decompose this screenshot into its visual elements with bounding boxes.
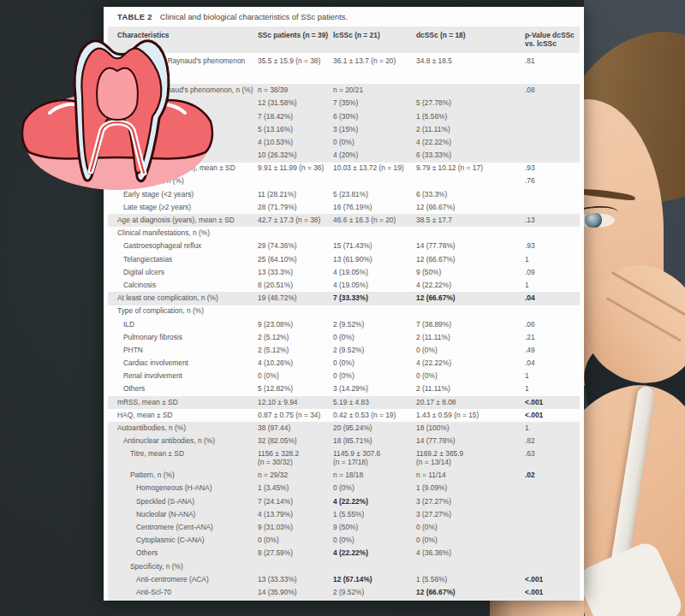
cell-value: 0 (0%) <box>333 136 416 149</box>
column-header: dcSSc (n = 18) <box>416 27 525 53</box>
table-row: Anti-Scl-7014 (35.90%)2 (9.52%)12 (66.67… <box>108 586 580 599</box>
cell-value <box>525 508 580 521</box>
cell-value: 6 (33.3%) <box>416 188 525 201</box>
cell-value: 0 (0%) <box>416 521 525 534</box>
cell-value: 1156 ± 328.2 (n = 30/32) <box>258 448 333 470</box>
row-label: Others <box>108 548 258 560</box>
table-row: Calcinosis8 (20.51%)4 (19.05%)4 (22.22%)… <box>108 279 580 292</box>
row-label: PHTN <box>108 344 258 357</box>
table-row: Specificity, n (%) <box>108 560 580 573</box>
cell-value: 7 (35%) <box>333 98 416 110</box>
cell-value: <.001 <box>525 586 580 599</box>
cell-value: 4 (19.05%) <box>333 266 416 279</box>
cell-value: 1 (5.56%) <box>416 110 525 123</box>
cell-value: .49 <box>525 344 580 357</box>
row-label: Titre, mean ± SD <box>108 448 258 470</box>
row-label: At least one complication, n (%) <box>108 292 258 305</box>
cell-value: 14 (77.78%) <box>416 240 525 253</box>
cell-value: 4 (19.05%) <box>333 279 416 292</box>
cell-value: 13 (33.33%) <box>258 573 333 586</box>
cell-value: 34.8 ± 18.5 <box>416 53 525 84</box>
table-row: Anti-RNA polymerase III4 (10.26%)1 (4.76… <box>108 599 580 601</box>
table-row: HAQ, mean ± SD0.87 ± 0.75 (n = 34)0.42 ±… <box>108 409 580 422</box>
cell-value <box>416 560 525 573</box>
cell-value: n = 38/39 <box>258 84 333 97</box>
cell-value: 4 (20%) <box>333 149 416 162</box>
cell-value: 2 (9.52%) <box>333 318 416 331</box>
cell-value: 3 (27.27%) <box>416 495 525 508</box>
cell-value: 12 (31.58%) <box>258 98 333 110</box>
cell-value <box>525 534 580 547</box>
cell-value: 3 (27.27%) <box>416 508 525 521</box>
table-row: Autoantibodies, n (%)38 (97.44)20 (95.24… <box>108 422 580 435</box>
cell-value: 36.1 ± 13.7 (n = 20) <box>333 53 416 84</box>
cell-value: 38.5 ± 17.7 <box>416 214 525 227</box>
cell-value <box>525 110 580 123</box>
cell-value <box>258 560 333 573</box>
cell-value: .06 <box>525 318 580 331</box>
cell-value: 29 (74.36%) <box>258 240 333 253</box>
column-header: lcSSc (n = 21) <box>333 27 416 53</box>
tooth-illustration <box>19 29 216 192</box>
table-row: Cytoplasmic (C-ANA)0 (0%)0 (0%)0 (0%) <box>108 534 580 547</box>
table-row: Renal involvement0 (0%)0 (0%)0 (0%)1 <box>108 370 580 383</box>
cell-value: 1 <box>525 370 580 383</box>
cell-value: 0 (0%) <box>333 483 416 495</box>
table-row: Homogeneous (H-ANA)1 (3.45%)0 (0%)1 (9.0… <box>108 483 580 495</box>
cell-value: 0 (0%) <box>416 534 525 547</box>
cell-value: 4 (36.36%) <box>416 548 525 560</box>
cell-value: 1169.2 ± 365.9 (n = 13/14) <box>416 448 525 470</box>
cell-value: 0.32 <box>525 599 580 601</box>
cell-value <box>525 188 580 201</box>
cell-value: 9.91 ± 11.99 (n = 36) <box>258 163 333 175</box>
cell-value: .76 <box>525 175 580 188</box>
row-label: Late stage (≥2 years) <box>108 201 258 214</box>
cell-value <box>416 227 525 240</box>
cell-value: 4 (22.22%) <box>416 279 525 292</box>
cell-value: 1145.9 ± 307.6 (n = 17/18) <box>333 448 416 470</box>
table-row: Type of complication, n (%) <box>108 305 580 318</box>
cell-value: 6 (33.33%) <box>416 149 525 162</box>
cell-value: 4 (13.79%) <box>258 508 333 521</box>
table-row: Anti-centromere (ACA)13 (33.33%)12 (57.1… <box>108 573 580 586</box>
cell-value <box>333 227 416 240</box>
cell-value: 1 <box>525 279 580 292</box>
cell-value: 4 (22.22%) <box>416 136 525 149</box>
cell-value: 6 (30%) <box>333 110 416 123</box>
cell-value: <.001 <box>525 573 580 586</box>
cell-value: 1 (5.55%) <box>333 508 416 521</box>
cell-value: n = 18/18 <box>333 469 416 482</box>
cell-value: 20.17 ± 8.08 <box>416 396 525 409</box>
cell-value: n = 29/32 <box>258 469 333 482</box>
cell-value: 9 (50%) <box>333 521 416 534</box>
cell-value: 20 (95.24%) <box>333 422 416 435</box>
cell-value: .81 <box>525 53 580 84</box>
cell-value: 35.5 ± 15.9 (n = 38) <box>258 53 333 84</box>
cell-value: 5 (23.81%) <box>333 188 416 201</box>
cell-value: 2 (11.11%) <box>416 383 525 396</box>
table-row: Clinical manifestations, n (%) <box>108 227 580 240</box>
table-tag: TABLE 2 <box>117 13 152 21</box>
cell-value: 0 (0%) <box>258 534 333 547</box>
cell-value: .82 <box>525 435 580 447</box>
row-label: Anti-RNA polymerase III <box>108 599 258 601</box>
cell-value: 2 (5.12%) <box>258 344 333 357</box>
cell-value: 1 (3.45%) <box>258 483 333 495</box>
cell-value: 0 (0%) <box>258 370 333 383</box>
row-label: Anti-centromere (ACA) <box>108 573 258 586</box>
row-label: Clinical manifestations, n (%) <box>108 227 258 240</box>
row-label: Centromere (Cent-ANA) <box>108 521 258 534</box>
cell-value: 12 (66.67%) <box>416 201 525 214</box>
row-label: Telangiectasias <box>108 253 258 266</box>
table-caption: TABLE 2Clinical and biological character… <box>104 7 584 27</box>
cell-value <box>525 521 580 534</box>
cell-value <box>525 227 580 240</box>
table-row: At least one complication, n (%)19 (48.7… <box>108 292 580 305</box>
cell-value <box>333 560 416 573</box>
table-row: Centromere (Cent-ANA)9 (31.03%)9 (50%)0 … <box>108 521 580 534</box>
cell-value: 1 (5.56%) <box>416 573 525 586</box>
cell-value <box>525 560 580 573</box>
cell-value <box>525 123 580 136</box>
cell-value: 2 (9.52%) <box>333 586 416 599</box>
cell-value: .02 <box>525 469 580 482</box>
